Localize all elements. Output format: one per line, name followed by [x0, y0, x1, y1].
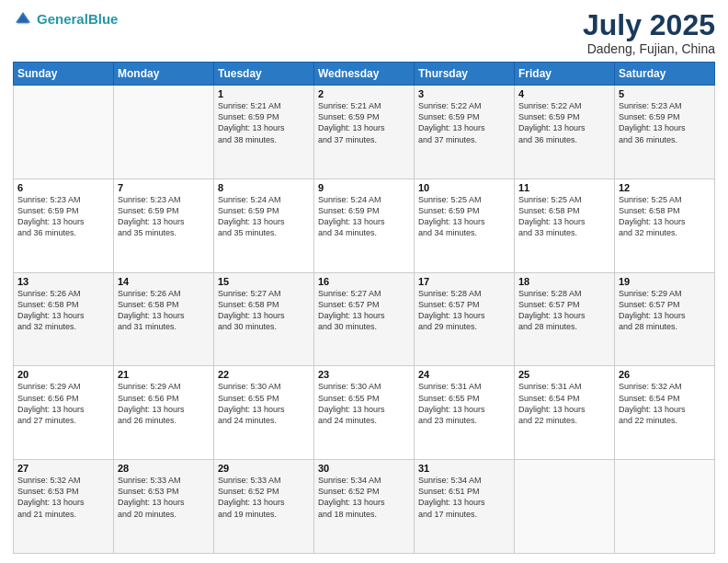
day-cell: 12Sunrise: 5:25 AM Sunset: 6:58 PM Dayli…	[615, 178, 715, 272]
day-number: 13	[17, 276, 109, 287]
day-cell: 22Sunrise: 5:30 AM Sunset: 6:55 PM Dayli…	[214, 366, 314, 460]
day-cell: 28Sunrise: 5:33 AM Sunset: 6:53 PM Dayli…	[114, 460, 214, 554]
logo-icon	[13, 9, 33, 29]
day-cell: 24Sunrise: 5:31 AM Sunset: 6:55 PM Dayli…	[415, 366, 515, 460]
header: GeneralBlue July 2025 Dadeng, Fujian, Ch…	[13, 9, 715, 56]
day-info: Sunrise: 5:34 AM Sunset: 6:52 PM Dayligh…	[318, 475, 410, 520]
day-number: 30	[318, 463, 410, 474]
week-row-3: 13Sunrise: 5:26 AM Sunset: 6:58 PM Dayli…	[14, 272, 715, 366]
day-cell: 23Sunrise: 5:30 AM Sunset: 6:55 PM Dayli…	[314, 366, 415, 460]
calendar-header: SundayMondayTuesdayWednesdayThursdayFrid…	[14, 63, 715, 86]
day-info: Sunrise: 5:31 AM Sunset: 6:55 PM Dayligh…	[418, 381, 510, 426]
day-info: Sunrise: 5:32 AM Sunset: 6:53 PM Dayligh…	[17, 475, 109, 520]
week-row-4: 20Sunrise: 5:29 AM Sunset: 6:56 PM Dayli…	[14, 366, 715, 460]
title-block: July 2025 Dadeng, Fujian, China	[583, 9, 715, 56]
day-number: 23	[318, 369, 410, 380]
day-number: 9	[318, 182, 410, 193]
day-info: Sunrise: 5:22 AM Sunset: 6:59 PM Dayligh…	[418, 100, 510, 145]
day-cell	[114, 86, 214, 179]
day-cell: 20Sunrise: 5:29 AM Sunset: 6:56 PM Dayli…	[14, 366, 114, 460]
week-row-1: 1Sunrise: 5:21 AM Sunset: 6:59 PM Daylig…	[14, 86, 715, 179]
day-cell: 1Sunrise: 5:21 AM Sunset: 6:59 PM Daylig…	[214, 86, 314, 179]
day-cell	[615, 460, 715, 554]
day-info: Sunrise: 5:30 AM Sunset: 6:55 PM Dayligh…	[218, 381, 310, 426]
logo-text: GeneralBlue	[37, 12, 118, 28]
day-number: 15	[218, 276, 310, 287]
day-cell: 16Sunrise: 5:27 AM Sunset: 6:57 PM Dayli…	[314, 272, 415, 366]
day-number: 19	[619, 276, 711, 287]
col-header-monday: Monday	[114, 63, 214, 86]
day-info: Sunrise: 5:26 AM Sunset: 6:58 PM Dayligh…	[17, 288, 109, 333]
day-info: Sunrise: 5:28 AM Sunset: 6:57 PM Dayligh…	[518, 288, 610, 333]
col-header-friday: Friday	[515, 63, 615, 86]
day-number: 26	[619, 369, 711, 380]
col-header-wednesday: Wednesday	[314, 63, 415, 86]
header-row: SundayMondayTuesdayWednesdayThursdayFrid…	[14, 63, 715, 86]
day-number: 18	[518, 276, 610, 287]
day-number: 25	[518, 369, 610, 380]
day-info: Sunrise: 5:29 AM Sunset: 6:56 PM Dayligh…	[17, 381, 109, 426]
day-info: Sunrise: 5:25 AM Sunset: 6:58 PM Dayligh…	[619, 194, 711, 239]
day-number: 24	[418, 369, 510, 380]
logo: GeneralBlue	[13, 9, 118, 29]
day-cell: 13Sunrise: 5:26 AM Sunset: 6:58 PM Dayli…	[14, 272, 114, 366]
day-info: Sunrise: 5:23 AM Sunset: 6:59 PM Dayligh…	[17, 194, 109, 239]
day-info: Sunrise: 5:23 AM Sunset: 6:59 PM Dayligh…	[118, 194, 210, 239]
day-number: 10	[418, 182, 510, 193]
logo-line2: Blue	[88, 11, 119, 27]
day-number: 22	[218, 369, 310, 380]
day-cell: 2Sunrise: 5:21 AM Sunset: 6:59 PM Daylig…	[314, 86, 415, 179]
day-number: 2	[318, 88, 410, 99]
location: Dadeng, Fujian, China	[583, 41, 715, 56]
day-info: Sunrise: 5:24 AM Sunset: 6:59 PM Dayligh…	[218, 194, 310, 239]
week-row-2: 6Sunrise: 5:23 AM Sunset: 6:59 PM Daylig…	[14, 178, 715, 272]
day-number: 28	[118, 463, 210, 474]
day-info: Sunrise: 5:26 AM Sunset: 6:58 PM Dayligh…	[118, 288, 210, 333]
day-cell: 25Sunrise: 5:31 AM Sunset: 6:54 PM Dayli…	[515, 366, 615, 460]
month-year: July 2025	[583, 9, 715, 41]
calendar-table: SundayMondayTuesdayWednesdayThursdayFrid…	[13, 62, 715, 554]
day-info: Sunrise: 5:30 AM Sunset: 6:55 PM Dayligh…	[318, 381, 410, 426]
day-cell: 4Sunrise: 5:22 AM Sunset: 6:59 PM Daylig…	[515, 86, 615, 179]
day-number: 6	[17, 182, 109, 193]
day-cell: 10Sunrise: 5:25 AM Sunset: 6:59 PM Dayli…	[415, 178, 515, 272]
day-cell	[515, 460, 615, 554]
day-cell: 8Sunrise: 5:24 AM Sunset: 6:59 PM Daylig…	[214, 178, 314, 272]
day-info: Sunrise: 5:24 AM Sunset: 6:59 PM Dayligh…	[318, 194, 410, 239]
day-number: 8	[218, 182, 310, 193]
day-info: Sunrise: 5:33 AM Sunset: 6:53 PM Dayligh…	[118, 475, 210, 520]
day-info: Sunrise: 5:21 AM Sunset: 6:59 PM Dayligh…	[218, 100, 310, 145]
day-cell: 30Sunrise: 5:34 AM Sunset: 6:52 PM Dayli…	[314, 460, 415, 554]
day-cell: 19Sunrise: 5:29 AM Sunset: 6:57 PM Dayli…	[615, 272, 715, 366]
day-info: Sunrise: 5:28 AM Sunset: 6:57 PM Dayligh…	[418, 288, 510, 333]
day-cell: 7Sunrise: 5:23 AM Sunset: 6:59 PM Daylig…	[114, 178, 214, 272]
day-cell: 6Sunrise: 5:23 AM Sunset: 6:59 PM Daylig…	[14, 178, 114, 272]
day-number: 21	[118, 369, 210, 380]
day-cell: 14Sunrise: 5:26 AM Sunset: 6:58 PM Dayli…	[114, 272, 214, 366]
col-header-sunday: Sunday	[14, 63, 114, 86]
day-info: Sunrise: 5:27 AM Sunset: 6:58 PM Dayligh…	[218, 288, 310, 333]
day-info: Sunrise: 5:23 AM Sunset: 6:59 PM Dayligh…	[619, 100, 711, 145]
day-cell: 15Sunrise: 5:27 AM Sunset: 6:58 PM Dayli…	[214, 272, 314, 366]
day-number: 16	[318, 276, 410, 287]
day-cell: 9Sunrise: 5:24 AM Sunset: 6:59 PM Daylig…	[314, 178, 415, 272]
day-info: Sunrise: 5:29 AM Sunset: 6:57 PM Dayligh…	[619, 288, 711, 333]
day-cell: 11Sunrise: 5:25 AM Sunset: 6:58 PM Dayli…	[515, 178, 615, 272]
day-cell	[14, 86, 114, 179]
day-cell: 17Sunrise: 5:28 AM Sunset: 6:57 PM Dayli…	[415, 272, 515, 366]
day-info: Sunrise: 5:21 AM Sunset: 6:59 PM Dayligh…	[318, 100, 410, 145]
day-number: 20	[17, 369, 109, 380]
day-info: Sunrise: 5:29 AM Sunset: 6:56 PM Dayligh…	[118, 381, 210, 426]
col-header-saturday: Saturday	[615, 63, 715, 86]
day-cell: 21Sunrise: 5:29 AM Sunset: 6:56 PM Dayli…	[114, 366, 214, 460]
day-cell: 29Sunrise: 5:33 AM Sunset: 6:52 PM Dayli…	[214, 460, 314, 554]
logo-line1: General	[37, 11, 88, 27]
day-cell: 27Sunrise: 5:32 AM Sunset: 6:53 PM Dayli…	[14, 460, 114, 554]
page: GeneralBlue July 2025 Dadeng, Fujian, Ch…	[0, 0, 728, 563]
col-header-thursday: Thursday	[415, 63, 515, 86]
day-info: Sunrise: 5:25 AM Sunset: 6:59 PM Dayligh…	[418, 194, 510, 239]
day-cell: 18Sunrise: 5:28 AM Sunset: 6:57 PM Dayli…	[515, 272, 615, 366]
day-number: 1	[218, 88, 310, 99]
day-cell: 3Sunrise: 5:22 AM Sunset: 6:59 PM Daylig…	[415, 86, 515, 179]
day-number: 27	[17, 463, 109, 474]
